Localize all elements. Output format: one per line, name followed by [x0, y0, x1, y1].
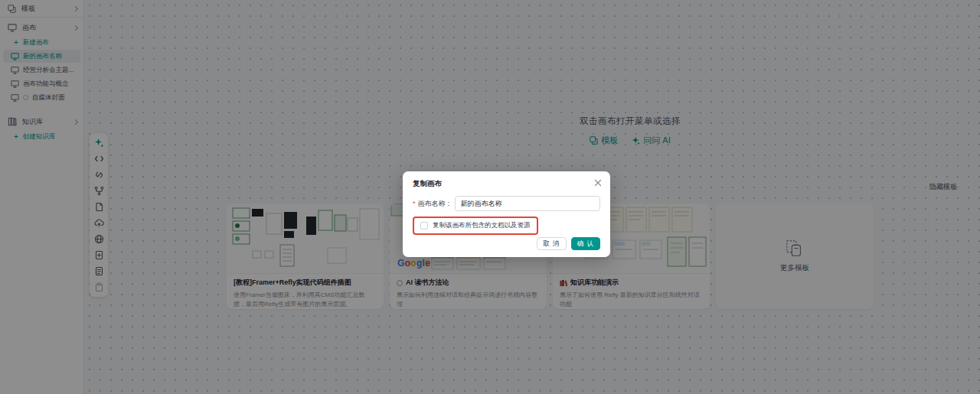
- checkbox-unchecked-icon[interactable]: [420, 222, 428, 230]
- copy-resources-label: 复制该画布所包含的文档以及资源: [433, 221, 531, 230]
- canvas-name-label: 画布名称：: [418, 199, 452, 209]
- modal-footer: 取 消 确 认: [537, 237, 600, 250]
- confirm-button[interactable]: 确 认: [571, 237, 600, 250]
- copy-canvas-modal: 复制画布 * 画布名称： 复制该画布所包含的文档以及资源 取 消 确 认: [403, 171, 610, 257]
- canvas-name-field-row: * 画布名称：: [413, 196, 600, 211]
- required-mark: *: [413, 200, 416, 207]
- refly-app: 双击画布打开菜单或选择 模板 问问 AI 隐藏模板: [0, 0, 980, 394]
- close-icon[interactable]: [593, 178, 603, 187]
- copy-resources-checkbox-row[interactable]: 复制该画布所包含的文档以及资源: [413, 217, 538, 235]
- modal-title: 复制画布: [413, 179, 600, 189]
- cancel-button[interactable]: 取 消: [537, 237, 566, 250]
- canvas-name-input[interactable]: [455, 196, 600, 211]
